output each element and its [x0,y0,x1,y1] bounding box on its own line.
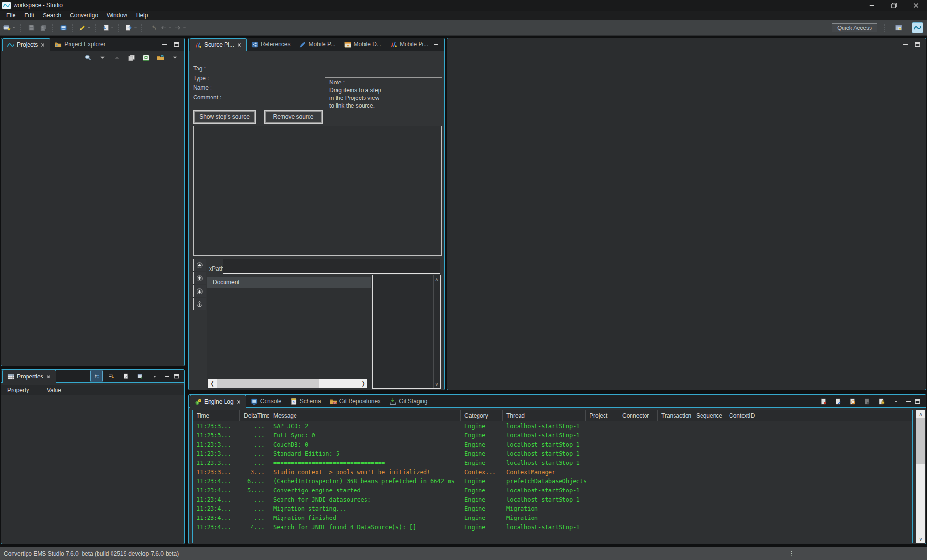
log-row[interactable]: 11:23:3......CouchDB: 0Enginelocalhost-s… [193,440,912,449]
doc-clear-button[interactable] [861,395,872,407]
menu-item-help[interactable]: Help [132,11,153,20]
copy-layers-button[interactable] [126,52,137,64]
log-row[interactable]: 11:23:3......Full Sync: 0Enginelocalhost… [193,431,912,440]
menu-item-search[interactable]: Search [39,11,66,20]
show-step-source-button[interactable]: Show step's source [193,110,256,124]
log-row[interactable]: 11:23:4......Search for JNDI datasources… [193,495,912,504]
tab-properties[interactable]: Properties [2,370,56,383]
xpath-down-button[interactable] [193,285,206,297]
tab-references[interactable]: References [247,38,295,51]
open-perspective-button[interactable] [893,22,904,34]
sort-button[interactable] [105,370,117,382]
scroll-up-icon[interactable]: ∧ [916,410,925,418]
tab-mobile-pi[interactable]: Mobile Pi... [386,38,433,51]
column-header-message[interactable]: Message [269,410,461,421]
scrollbar-thumb[interactable] [916,418,925,464]
minimize-view-icon[interactable] [902,42,909,48]
dropdown-chevron-icon[interactable] [110,26,114,30]
convertigo-perspective-button[interactable] [912,22,923,33]
marker-button[interactable] [78,22,92,34]
nav-back-button[interactable] [159,22,173,34]
log-row[interactable]: 11:23:4...5....Convertigo engine started… [193,486,912,495]
new-window-button[interactable] [134,370,146,382]
xpath-input[interactable] [223,259,440,274]
minimize-view-icon[interactable] [161,42,168,48]
scroll-down-icon[interactable]: ∨ [916,535,925,543]
import-step-button[interactable] [101,22,115,34]
column-header-time[interactable]: Time [193,410,240,421]
source-preview-area[interactable] [193,126,442,256]
chev-down-button[interactable] [169,52,181,64]
menu-item-convertigo[interactable]: Convertigo [66,11,102,20]
restore-defaults-button[interactable] [120,370,131,382]
status-drag-handle-icon[interactable]: ⋮ [788,550,795,557]
projects-tree-area[interactable] [1,64,184,365]
log-row[interactable]: 11:23:3......SAP JCO: 2Enginelocalhost-s… [193,421,912,431]
column-header-sequence[interactable]: Sequence [692,410,725,421]
document-horizontal-scrollbar[interactable]: ❬ ❭ [208,379,367,388]
xpath-up-button[interactable] [193,272,206,284]
menu-item-window[interactable]: Window [102,11,132,20]
column-header-project[interactable]: Project [586,410,618,421]
column-header-deltatime[interactable]: DeltaTime [240,410,269,421]
chev-down-button[interactable] [890,395,901,407]
tab-console[interactable]: Console [246,395,286,407]
export-step-button[interactable] [124,22,139,34]
column-header-value[interactable]: Value [41,385,93,395]
column-header-contextid[interactable]: ContextID [725,410,802,421]
log-vertical-scrollbar[interactable]: ∧ ∨ [916,410,925,543]
tree-view-button[interactable] [91,370,102,382]
doc-check-button[interactable] [832,395,843,407]
close-icon[interactable] [237,42,242,48]
log-row[interactable]: 11:23:3......===========================… [193,458,912,467]
tab-mobile-p[interactable]: Mobile P... [295,38,339,51]
log-row[interactable]: 11:23:3......Standard Edition: 5Enginelo… [193,449,912,458]
column-header-connector[interactable]: Connector [618,410,658,421]
column-header-transaction[interactable]: Transaction [658,410,692,421]
tab-git-staging[interactable]: Git Staging [385,395,432,407]
anchor-button[interactable] [193,298,206,310]
apply-xpath-button[interactable] [193,259,206,271]
doc-export-button[interactable] [817,395,829,407]
save-all-button[interactable] [37,22,49,34]
dropdown-chevron-icon[interactable] [12,26,16,30]
new-wizard-button[interactable] [2,22,17,34]
menu-item-edit[interactable]: Edit [20,11,39,20]
column-header-property[interactable]: Property [1,385,41,395]
log-row[interactable]: 11:23:4...4...Search for JNDI found 0 Da… [193,522,912,532]
window-restore-button[interactable] [883,0,905,11]
tab-git-repositories[interactable]: GITGit Repositories [325,395,385,407]
scrollbar-thumb[interactable] [217,379,319,388]
doc-search-button[interactable] [846,395,858,407]
dropdown-chevron-icon[interactable] [133,26,138,30]
dropdown-chevron-icon[interactable] [183,26,187,30]
link-folder-button[interactable] [154,52,166,64]
chev-down-button[interactable] [149,370,160,382]
log-row[interactable]: 11:23:4......Migration starting...Engine… [193,504,912,513]
remove-source-button[interactable]: Remove source [264,110,323,124]
close-icon[interactable] [40,42,45,48]
tab-source-pi[interactable]: Source Pi... [190,38,247,51]
menu-item-file[interactable]: File [2,11,20,20]
scroll-down-icon[interactable]: ∨ [435,381,438,387]
dropdown-chevron-icon[interactable] [168,26,172,30]
tab-project-explorer[interactable]: Project Explorer [50,38,110,51]
chev-up-button[interactable] [111,52,123,64]
back-history-button[interactable] [147,22,159,34]
detail-vertical-scrollbar[interactable]: ∧ ∨ [433,275,440,388]
log-row[interactable]: 11:23:4...6....(CachedIntrospector) 368 … [193,476,912,486]
minimize-view-icon[interactable] [164,373,170,379]
document-tree[interactable]: Document [207,277,371,390]
tab-mobile-d[interactable]: Mobile D... [340,38,386,51]
refresh-button[interactable] [140,52,152,64]
close-icon[interactable] [46,374,51,379]
quick-access-button[interactable]: Quick Access [832,23,877,32]
document-tree-root[interactable]: Document [207,277,371,288]
log-row[interactable]: 11:23:4......Migration finishedEngineMig… [193,513,912,522]
search-button[interactable] [82,52,94,64]
properties-table-area[interactable] [1,395,184,543]
save-button[interactable] [26,22,37,34]
minimize-view-icon[interactable] [905,398,912,405]
maximize-view-icon[interactable] [914,42,921,48]
maximize-view-icon[interactable] [914,398,921,405]
